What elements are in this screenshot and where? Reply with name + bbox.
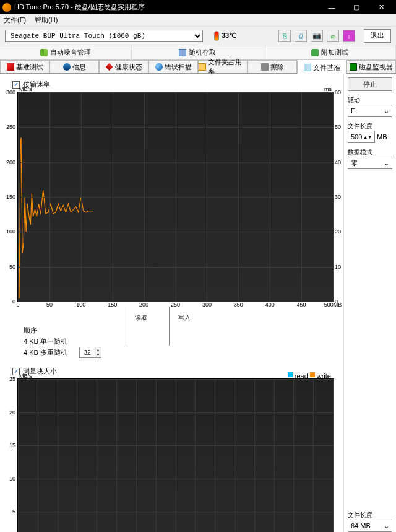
block-size-chart: MB/s read write 2520151050: [17, 378, 334, 532]
info-icon: [63, 63, 71, 71]
drive-letter-select[interactable]: E:⌄: [348, 105, 392, 117]
chevron-down-icon: ⌄: [384, 107, 389, 115]
row-random-multi: 4 KB 多重随机 ▲▼: [24, 347, 338, 358]
monitor-icon: [350, 63, 357, 71]
row-random-single: 4 KB 单一随机: [24, 336, 338, 347]
copy-info-button[interactable]: ⎘: [278, 30, 291, 42]
folder-icon: [199, 63, 206, 71]
arrow-down-icon: ↓: [347, 32, 351, 40]
erase-icon: [261, 63, 269, 71]
heart-icon: [106, 63, 113, 71]
legend-read-swatch: [288, 372, 293, 377]
menu-bar: 文件(F) 帮助(H): [0, 14, 396, 27]
side-panel: 停止 驱动 E:⌄ 文件长度 500▲▼ MB 数据模式 零⌄ 文件长度 64 …: [343, 74, 396, 532]
disk-icon: [179, 49, 186, 56]
file-icon: [304, 64, 311, 71]
queue-depth-input[interactable]: [80, 347, 95, 357]
drive-select[interactable]: Seagate BUP Ultra Touch (1000 gB): [5, 30, 203, 42]
options-button[interactable]: ⎄: [327, 30, 339, 42]
file-length2-label: 文件长度: [348, 511, 392, 520]
tab-health[interactable]: 健康状态: [99, 60, 148, 73]
speaker-icon: [40, 49, 48, 56]
tab-extra-tests[interactable]: 附加测试: [264, 45, 396, 59]
menu-help[interactable]: 帮助(H): [35, 15, 58, 25]
main-tabs: 基准测试 信息 健康状态 错误扫描 文件夹占用率 擦除 文件基准 磁盘监视器: [0, 60, 396, 74]
tab-disk-monitor[interactable]: 磁盘监视器: [346, 60, 396, 73]
menu-file[interactable]: 文件(F): [4, 15, 26, 25]
tab-erase[interactable]: 擦除: [248, 60, 297, 73]
queue-depth-spinner[interactable]: ▲▼: [79, 347, 101, 358]
save-screenshot-button[interactable]: ⎙: [295, 30, 307, 42]
tab-folder-usage[interactable]: 文件夹占用率: [198, 60, 248, 73]
chart1-y-unit-left: MB/s: [19, 86, 32, 92]
tab-file-benchmark[interactable]: 文件基准: [297, 60, 346, 74]
transfer-rate-header: ✓ 传输速率: [12, 80, 338, 89]
stop-button[interactable]: 停止: [348, 77, 392, 91]
camera-icon: 📷: [312, 32, 321, 40]
close-button[interactable]: ✕: [369, 0, 394, 14]
magnifier-icon: [155, 63, 163, 71]
title-bar: HD Tune Pro 5.70 - 硬盘/固态硬盘实用程序 — ▢ ✕: [0, 0, 396, 14]
data-pattern-label: 数据模式: [348, 148, 392, 157]
results-table: 读取 写入 顺序 4 KB 单一随机 4 KB 多重随机 ▲▼: [24, 313, 338, 358]
file-length-label: 文件长度: [348, 122, 392, 131]
minimize-tray-button[interactable]: ↓: [343, 30, 355, 42]
maximize-button[interactable]: ▢: [344, 0, 369, 14]
column-write: 写入: [178, 313, 191, 322]
legend-write-swatch: [310, 372, 315, 377]
file-length-unit: MB: [377, 133, 387, 141]
options-icon: ⎄: [331, 32, 335, 40]
chevron-down-icon: ⌄: [384, 159, 389, 167]
transfer-rate-chart: MB/s ms 300250200150100500 6050403020100…: [17, 92, 334, 302]
tab-info[interactable]: 信息: [50, 60, 99, 73]
drive-label: 驱动: [348, 96, 392, 105]
thermometer-icon: [214, 31, 219, 41]
gauge-icon: [7, 63, 14, 71]
camera-button[interactable]: 📷: [311, 30, 323, 42]
plus-icon: [311, 49, 319, 56]
temperature-display: 33℃: [214, 31, 236, 41]
spin-down[interactable]: ▼: [95, 352, 101, 357]
chart2-y-unit: MB/s: [19, 373, 32, 379]
spin-up[interactable]: ▲: [95, 347, 101, 352]
column-read: 读取: [135, 313, 147, 322]
toolbar: Seagate BUP Ultra Touch (1000 gB) 33℃ ⎘ …: [0, 27, 396, 45]
tab-aam[interactable]: 自动噪音管理: [0, 45, 132, 59]
file-length2-select[interactable]: 64 MB⌄: [348, 520, 392, 532]
temperature-value: 33℃: [222, 32, 236, 40]
copy-icon: ⎘: [283, 32, 287, 40]
row-sequential: 顺序: [24, 325, 338, 336]
window-title: HD Tune Pro 5.70 - 硬盘/固态硬盘实用程序: [14, 2, 319, 12]
data-pattern-select[interactable]: 零⌄: [348, 157, 392, 169]
function-tabs: 自动噪音管理 随机存取 附加测试: [0, 45, 396, 60]
file-length-input[interactable]: 500▲▼: [348, 131, 375, 143]
app-icon: [2, 3, 11, 12]
tab-error-scan[interactable]: 错误扫描: [148, 60, 198, 73]
exit-button[interactable]: 退出: [364, 29, 391, 43]
minimize-button[interactable]: —: [319, 0, 344, 14]
chevron-down-icon: ⌄: [384, 522, 389, 530]
tab-benchmark[interactable]: 基准测试: [0, 60, 50, 73]
screenshot-icon: ⎙: [299, 32, 303, 40]
chart1-y-unit-right: ms: [324, 86, 332, 92]
